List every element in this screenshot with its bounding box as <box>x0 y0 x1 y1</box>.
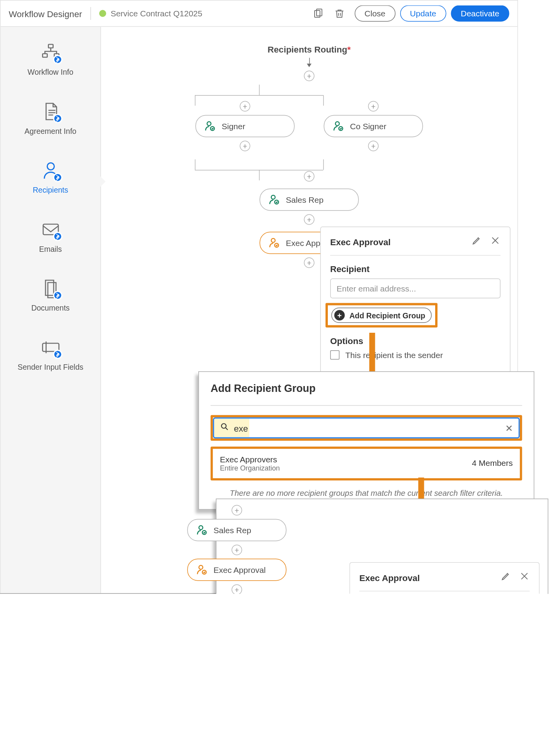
add-node-button[interactable] <box>232 545 242 555</box>
clear-icon[interactable]: ✕ <box>505 422 513 434</box>
checkbox-sender[interactable] <box>330 350 340 360</box>
arrow-down-icon <box>307 64 312 67</box>
edit-badge-icon <box>53 114 62 123</box>
sender-input-icon <box>40 337 61 358</box>
update-button[interactable]: Update <box>400 5 446 22</box>
svg-point-8 <box>207 122 211 126</box>
svg-point-19 <box>199 565 203 569</box>
add-node-button[interactable] <box>232 505 242 516</box>
close-icon[interactable] <box>490 235 500 248</box>
role-salesrep[interactable]: Sales Rep <box>260 189 359 211</box>
search-input-container: ✕ <box>213 418 520 439</box>
add-node-button[interactable] <box>232 585 242 594</box>
deactivate-button[interactable]: Deactivate <box>451 5 509 22</box>
svg-point-12 <box>271 195 275 199</box>
checkbox-label: This recipient is the sender <box>345 350 443 360</box>
edit-badge-icon <box>53 55 62 64</box>
svg-point-17 <box>199 526 203 530</box>
add-node-button[interactable] <box>240 101 250 112</box>
sidebar-item-documents[interactable]: Documents <box>1 278 101 313</box>
approver-icon <box>268 237 280 249</box>
plus-icon: + <box>334 310 345 321</box>
emails-icon <box>40 219 61 240</box>
role-label: Co Signer <box>350 121 386 131</box>
workflow-info-icon <box>40 42 61 63</box>
sidebar-item-emails[interactable]: Emails <box>1 219 101 254</box>
panel-title: Exec Approval <box>359 572 420 583</box>
sidebar-item-label: Workflow Info <box>28 68 74 77</box>
result-scope: Entire Organization <box>220 464 280 472</box>
no-more-results-text: There are no more recipient groups that … <box>211 489 522 498</box>
options-label: Options <box>330 336 500 346</box>
role-signer[interactable]: Signer <box>196 115 295 137</box>
sidebar-item-label: Agreement Info <box>24 127 76 136</box>
role-execapproval[interactable]: Exec Approval <box>187 559 287 581</box>
signer-icon <box>196 524 208 536</box>
edit-badge-icon <box>53 291 62 300</box>
sidebar: Workflow Info Agreement Info Recipients <box>1 27 101 593</box>
edit-badge-icon <box>53 232 62 241</box>
add-node-button[interactable] <box>304 258 315 268</box>
role-label: Sales Rep <box>214 525 251 535</box>
approver-icon <box>196 564 208 576</box>
close-icon[interactable] <box>519 571 530 584</box>
recipient-config-panel-2: Exec Approval Recipient Group Exec Appro… <box>350 562 540 594</box>
add-node-button[interactable] <box>240 141 250 151</box>
close-button[interactable]: Close <box>355 5 396 22</box>
svg-point-14 <box>271 239 275 242</box>
recipient-config-panel: Exec Approval Recipient + Add Recipient … <box>320 227 511 395</box>
add-node-button[interactable] <box>304 171 315 182</box>
add-node-button[interactable] <box>304 71 315 81</box>
svg-point-16 <box>222 424 226 428</box>
role-label: Sales Rep <box>286 195 324 204</box>
signer-icon <box>332 120 344 132</box>
signer-icon <box>204 120 216 132</box>
role-cosigner[interactable]: Co Signer <box>324 115 423 137</box>
edit-icon[interactable] <box>471 235 482 248</box>
sidebar-item-agreement-info[interactable]: Agreement Info <box>1 101 101 136</box>
sidebar-item-sender-input-fields[interactable]: Sender Input Fields <box>1 337 101 372</box>
status-dot-icon <box>99 10 106 17</box>
add-node-button[interactable] <box>368 141 379 151</box>
app-title: Workflow Designer <box>9 9 82 19</box>
canvas-title: Recipients Routing* <box>101 44 518 54</box>
signer-icon <box>268 194 280 205</box>
search-input[interactable] <box>234 423 501 433</box>
sidebar-item-recipients[interactable]: Recipients <box>1 160 101 195</box>
sidebar-item-label: Documents <box>31 304 70 313</box>
result-panel: Sales Rep Exec Approval Exec Approval Re… <box>216 499 548 594</box>
workflow-name: Service Contract Q12025 <box>110 9 202 18</box>
recipient-label: Recipient <box>330 264 500 274</box>
dialog-title: Add Recipient Group <box>211 383 522 395</box>
role-label: Signer <box>222 121 245 131</box>
role-salesrep[interactable]: Sales Rep <box>187 519 287 541</box>
search-icon <box>220 422 229 434</box>
sidebar-item-label: Sender Input Fields <box>18 363 83 372</box>
add-node-button[interactable] <box>368 101 379 112</box>
svg-rect-2 <box>48 44 53 48</box>
search-result-row[interactable]: Exec Approvers Entire Organization 4 Mem… <box>213 449 520 478</box>
edit-icon[interactable] <box>500 571 511 584</box>
svg-point-5 <box>47 163 54 170</box>
agreement-info-icon <box>40 101 61 122</box>
add-node-button[interactable] <box>304 214 315 225</box>
documents-icon <box>40 278 61 299</box>
result-name: Exec Approvers <box>220 455 280 464</box>
sidebar-item-label: Recipients <box>33 186 68 195</box>
topbar: Workflow Designer Service Contract Q1202… <box>1 1 518 27</box>
svg-point-10 <box>336 122 340 126</box>
add-recipient-group-dialog: Add Recipient Group ✕ Exec Approvers Ent… <box>198 371 534 510</box>
clone-icon[interactable] <box>312 7 326 21</box>
divider <box>90 7 91 20</box>
add-recipient-group-button[interactable]: + Add Recipient Group <box>331 308 432 323</box>
email-input[interactable] <box>330 279 500 299</box>
svg-rect-1 <box>317 9 322 16</box>
role-label: Exec Approval <box>214 565 266 574</box>
svg-rect-3 <box>42 54 47 57</box>
edit-badge-icon <box>53 350 62 359</box>
trash-icon[interactable] <box>332 7 346 21</box>
recipients-icon <box>40 160 61 181</box>
sidebar-item-workflow-info[interactable]: Workflow Info <box>1 42 101 77</box>
edit-badge-icon <box>53 173 62 182</box>
panel-title: Exec Approval <box>330 237 390 247</box>
